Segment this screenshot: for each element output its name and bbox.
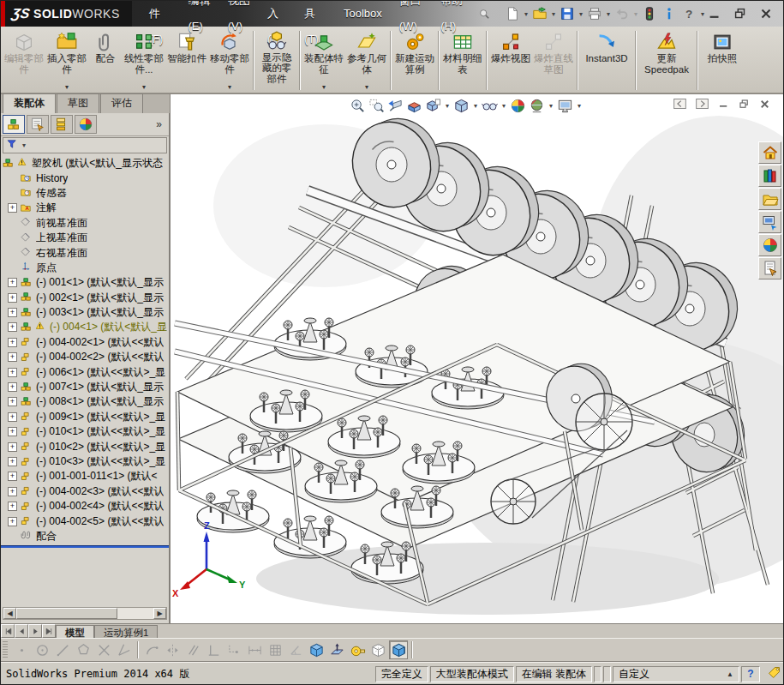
expander-icon[interactable]: + bbox=[8, 203, 17, 213]
smart-fasteners-button[interactable]: 智能扣件 bbox=[165, 28, 208, 93]
scroll-left-icon[interactable]: ◀ bbox=[3, 608, 16, 619]
undo-dropdown-icon[interactable]: ▾ bbox=[634, 10, 637, 18]
close-button[interactable] bbox=[757, 6, 775, 21]
tree-item[interactable]: 前视基准面 bbox=[1, 216, 169, 231]
options-button[interactable] bbox=[660, 4, 679, 23]
design-library-tab[interactable] bbox=[758, 188, 781, 210]
open-file-dropdown-icon[interactable]: ▾ bbox=[552, 10, 555, 18]
edit-appearance-button[interactable] bbox=[510, 98, 526, 114]
featuremanager-tab[interactable] bbox=[3, 115, 25, 134]
tree-item[interactable]: +(-) 004-002<1> (默认<<默认 bbox=[1, 335, 169, 350]
viewport-collapse-left-button[interactable] bbox=[673, 97, 687, 111]
scroll-track[interactable] bbox=[117, 608, 153, 619]
nav-last-button[interactable] bbox=[42, 624, 56, 638]
panel-overflow-chevron[interactable]: » bbox=[156, 118, 167, 130]
hide-show-items-dropdown-icon[interactable]: ▾ bbox=[502, 102, 506, 110]
print-dropdown-icon[interactable]: ▾ bbox=[607, 10, 610, 18]
viewport-collapse-right-button[interactable] bbox=[695, 97, 709, 111]
snapshot-button[interactable]: 拍快照 bbox=[700, 28, 745, 93]
help-button[interactable]: ? bbox=[679, 4, 698, 23]
view-orientation-dropdown-icon[interactable]: ▾ bbox=[446, 102, 449, 110]
isometric-button[interactable] bbox=[307, 640, 326, 659]
tree-item[interactable]: 配合 bbox=[1, 529, 169, 544]
file-explorer-tab[interactable] bbox=[758, 211, 781, 233]
tree-item[interactable]: 传感器 bbox=[1, 186, 169, 201]
nav-next-button[interactable] bbox=[28, 624, 42, 638]
expander-icon[interactable]: + bbox=[8, 308, 17, 317]
tree-item[interactable]: +(-) 007<1> (默认<默认_显示 bbox=[1, 380, 169, 394]
tree-item[interactable]: +(-) 009<1> (默认<<默认>_显 bbox=[1, 410, 169, 424]
shaded-button[interactable] bbox=[389, 640, 408, 659]
tree-item[interactable]: +(-) 004-002<3> (默认<<默认 bbox=[1, 484, 169, 499]
hide-show-items-button[interactable] bbox=[482, 98, 498, 114]
tree-filter[interactable]: ▾ bbox=[3, 137, 167, 153]
tree-item[interactable]: 原点 bbox=[1, 261, 169, 275]
viewport-minimize-button[interactable] bbox=[717, 98, 730, 111]
save-button[interactable] bbox=[558, 4, 577, 23]
assembly-model[interactable]: Z X Y bbox=[171, 94, 783, 623]
restore-button[interactable] bbox=[732, 6, 749, 21]
graphics-area[interactable]: Z X Y ▾▾▾▾▾ bbox=[170, 94, 783, 623]
move-component-dropdown-icon[interactable]: ▾ bbox=[228, 84, 231, 92]
custom-properties-tab[interactable] bbox=[758, 257, 781, 279]
display-style-dropdown-icon[interactable]: ▾ bbox=[474, 102, 477, 110]
expander-icon[interactable]: + bbox=[8, 502, 17, 511]
tree-item[interactable]: +(-) 004-002<2> (默认<<默认 bbox=[1, 350, 169, 364]
tree-item[interactable]: +(-) 004-002<5> (默认<<默认 bbox=[1, 514, 169, 528]
displaymanager-tab[interactable] bbox=[75, 115, 97, 134]
tree-item[interactable]: +(-) 010<1> (默认<<默认>_显 bbox=[1, 424, 169, 439]
linear-pattern-dropdown-icon[interactable]: ▾ bbox=[142, 84, 146, 92]
tree-item[interactable]: +A注解 bbox=[1, 201, 169, 215]
tree-item[interactable]: +(-) 008<1> (默认<默认_显示 bbox=[1, 394, 169, 409]
reference-geometry-dropdown-icon[interactable]: ▾ bbox=[365, 84, 368, 92]
expander-icon[interactable]: + bbox=[8, 397, 17, 406]
reference-geometry-button[interactable]: 参考几何体▾ bbox=[345, 28, 388, 93]
expander-icon[interactable]: + bbox=[8, 412, 17, 422]
nav-previous-button[interactable] bbox=[15, 624, 28, 638]
expander-icon[interactable]: + bbox=[8, 487, 17, 496]
instant3d-button[interactable]: Instant3D bbox=[580, 28, 633, 93]
move-component-button[interactable]: 移动零部件▾ bbox=[208, 28, 251, 93]
toolbar-drag-handle[interactable] bbox=[3, 641, 8, 658]
normal-to-button[interactable] bbox=[327, 640, 346, 659]
print-button[interactable] bbox=[585, 4, 604, 23]
linear-pattern-button[interactable]: 线性零部件...▾ bbox=[123, 28, 165, 93]
rebuild-button[interactable] bbox=[640, 4, 659, 23]
expander-icon[interactable]: + bbox=[8, 322, 17, 332]
speedpak-button[interactable]: 更新Speedpak bbox=[638, 28, 695, 93]
expander-icon[interactable]: + bbox=[8, 472, 17, 481]
nav-first-button[interactable] bbox=[1, 624, 15, 638]
view-settings-dropdown-icon[interactable]: ▾ bbox=[578, 102, 581, 110]
insert-component-dropdown-icon[interactable]: ▾ bbox=[65, 84, 69, 92]
resources-tab[interactable] bbox=[758, 165, 781, 187]
tree-horizontal-scrollbar[interactable]: ◀ ▶ bbox=[3, 607, 167, 620]
tab-草图[interactable]: 草图 bbox=[57, 93, 99, 113]
appearances-tab[interactable] bbox=[758, 234, 781, 256]
help-dropdown-icon[interactable]: ▾ bbox=[701, 10, 704, 18]
tree-item[interactable]: +(-) 006<1> (默认<<默认>_显 bbox=[1, 364, 169, 379]
measure-button[interactable] bbox=[348, 640, 367, 659]
tree-item[interactable]: +(-) 004-002<4> (默认<<默认 bbox=[1, 499, 169, 514]
new-file-dropdown-icon[interactable]: ▾ bbox=[524, 10, 528, 18]
zoom-fit-button[interactable] bbox=[350, 98, 366, 114]
expander-icon[interactable]: + bbox=[8, 382, 17, 392]
hidden-lines-button[interactable] bbox=[368, 640, 387, 659]
zoom-area-button[interactable] bbox=[368, 98, 385, 114]
status-help-button[interactable]: ? bbox=[741, 666, 760, 682]
insert-component-button[interactable]: 插入零部件▾ bbox=[45, 28, 88, 93]
bom-button[interactable]: 材料明细表 bbox=[441, 28, 484, 93]
expander-icon[interactable]: + bbox=[8, 368, 17, 377]
mate-button[interactable]: 配合 bbox=[88, 28, 123, 93]
expander-icon[interactable]: + bbox=[8, 457, 17, 466]
tree-item[interactable]: +(-) 010<3> (默认<<默认>_显 bbox=[1, 454, 169, 469]
home-tab[interactable] bbox=[758, 141, 781, 164]
expander-icon[interactable]: + bbox=[8, 278, 17, 287]
viewport-restore-button[interactable] bbox=[738, 98, 751, 111]
view-settings-button[interactable] bbox=[557, 98, 573, 114]
minimize-button[interactable] bbox=[706, 6, 723, 21]
scroll-thumb[interactable] bbox=[16, 608, 117, 619]
tree-item[interactable]: History bbox=[1, 171, 169, 185]
scroll-right-icon[interactable]: ▶ bbox=[153, 608, 166, 619]
viewport-close-button[interactable] bbox=[758, 98, 771, 111]
propertymanager-tab[interactable] bbox=[27, 115, 49, 134]
